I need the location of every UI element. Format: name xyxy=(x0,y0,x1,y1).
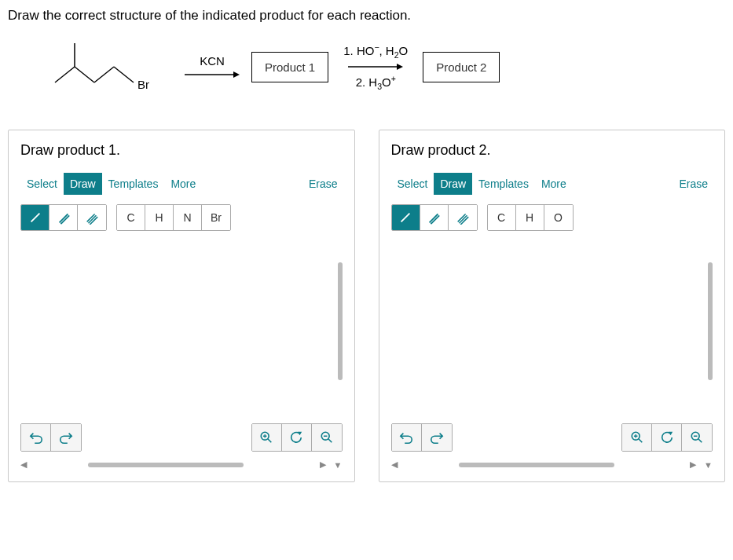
erase-button[interactable]: Erase xyxy=(304,174,343,193)
svg-marker-19 xyxy=(298,432,302,436)
t: + xyxy=(391,74,396,83)
drawing-canvas-1[interactable] xyxy=(20,239,343,419)
undo-redo-group xyxy=(20,423,82,452)
panel-2-title: Draw product 2. xyxy=(391,142,713,159)
triple-bond-tool[interactable] xyxy=(449,205,477,230)
instruction-text: Draw the correct structure of the indica… xyxy=(8,8,725,24)
vertical-scrollbar[interactable] xyxy=(708,262,713,380)
svg-line-9 xyxy=(31,214,39,222)
tab-select[interactable]: Select xyxy=(391,173,434,195)
zoom-in-button[interactable] xyxy=(252,424,282,451)
product-2-box: Product 2 xyxy=(423,52,500,82)
tab-templates[interactable]: Templates xyxy=(102,173,165,195)
tab-select[interactable]: Select xyxy=(20,173,64,195)
scroll-right-icon[interactable]: ▶ xyxy=(320,459,326,470)
svg-line-30 xyxy=(638,439,642,443)
t: 1. HO xyxy=(343,44,374,57)
arrow-2: 1. HO−, H2O 2. H3O+ xyxy=(340,42,411,91)
t: O xyxy=(382,75,391,89)
tab-more[interactable]: More xyxy=(535,173,573,195)
reagent-molecule: Br xyxy=(39,35,173,98)
element-tool-group-1: C H N Br xyxy=(116,204,231,231)
svg-line-16 xyxy=(268,439,272,443)
product-1-box: Product 1 xyxy=(251,52,328,82)
zoom-group xyxy=(251,423,343,452)
svg-line-35 xyxy=(698,439,702,443)
drawing-canvas-2[interactable] xyxy=(391,239,713,419)
element-c[interactable]: C xyxy=(488,205,516,230)
tab-draw[interactable]: Draw xyxy=(434,173,472,195)
scroll-left-icon[interactable]: ◀ xyxy=(20,459,27,470)
scroll-down-icon[interactable]: ▼ xyxy=(334,460,343,470)
step2-line1: 1. HO−, H2O xyxy=(343,42,408,60)
zoom-out-button[interactable] xyxy=(682,424,712,451)
svg-line-21 xyxy=(328,439,332,443)
svg-line-3 xyxy=(94,67,114,82)
element-h[interactable]: H xyxy=(516,205,544,230)
svg-line-0 xyxy=(55,67,75,82)
element-n[interactable]: N xyxy=(174,205,202,230)
undo-redo-group xyxy=(391,423,453,452)
tab-templates[interactable]: Templates xyxy=(472,173,535,195)
svg-line-23 xyxy=(401,214,410,222)
zoom-reset-button[interactable] xyxy=(282,424,312,451)
triple-bond-tool[interactable] xyxy=(78,205,106,230)
undo-button[interactable] xyxy=(392,424,422,451)
zoom-in-button[interactable] xyxy=(622,424,652,451)
svg-line-1 xyxy=(75,67,94,82)
arrow-2-line xyxy=(340,61,411,72)
element-h[interactable]: H xyxy=(145,205,174,230)
panel-1-title: Draw product 1. xyxy=(20,142,343,159)
erase-button[interactable]: Erase xyxy=(674,174,713,193)
element-br[interactable]: Br xyxy=(202,205,230,230)
zoom-reset-button[interactable] xyxy=(652,424,682,451)
scroll-left-icon[interactable]: ◀ xyxy=(391,459,398,470)
step2-line2: 2. H3O+ xyxy=(356,74,396,91)
arrow-1-line xyxy=(185,69,240,80)
zoom-out-button[interactable] xyxy=(312,424,342,451)
single-bond-tool[interactable] xyxy=(21,205,49,230)
redo-button[interactable] xyxy=(422,424,452,451)
bond-tool-group xyxy=(391,204,478,231)
svg-marker-6 xyxy=(233,71,240,78)
arrow-1: KCN xyxy=(185,54,240,80)
bond-tool-group xyxy=(20,204,107,231)
double-bond-tool[interactable] xyxy=(420,205,449,230)
t: O xyxy=(399,44,409,57)
br-label: Br xyxy=(137,78,149,91)
double-bond-tool[interactable] xyxy=(49,205,78,230)
scroll-right-icon[interactable]: ▶ xyxy=(690,459,696,470)
element-tool-group-2: C H O xyxy=(487,204,574,231)
vertical-scrollbar[interactable] xyxy=(338,262,343,380)
element-o[interactable]: O xyxy=(544,205,573,230)
drawing-panel-1: Draw product 1. Select Draw Templates Mo… xyxy=(8,130,355,482)
zoom-group xyxy=(621,423,713,452)
svg-marker-8 xyxy=(397,64,403,70)
panel-1-tabs: Select Draw Templates More xyxy=(20,173,202,195)
single-bond-tool[interactable] xyxy=(392,205,420,230)
svg-marker-33 xyxy=(668,432,672,436)
redo-button[interactable] xyxy=(51,424,81,451)
reaction-scheme: Br KCN Product 1 1. HO−, H2O 2. H3O+ Pro… xyxy=(39,35,725,98)
element-c[interactable]: C xyxy=(117,205,145,230)
tab-draw[interactable]: Draw xyxy=(64,173,102,195)
t: 2. H xyxy=(356,75,378,89)
tab-more[interactable]: More xyxy=(164,173,202,195)
reagent-kcn: KCN xyxy=(200,54,225,68)
drawing-panel-2: Draw product 2. Select Draw Templates Mo… xyxy=(379,130,726,482)
panel-2-tabs: Select Draw Templates More xyxy=(391,173,573,195)
svg-line-4 xyxy=(114,67,134,82)
horizontal-scrollbar[interactable] xyxy=(31,463,315,467)
t: , H xyxy=(379,44,394,57)
horizontal-scrollbar[interactable] xyxy=(402,463,686,467)
undo-button[interactable] xyxy=(21,424,51,451)
scroll-down-icon[interactable]: ▼ xyxy=(704,460,713,470)
